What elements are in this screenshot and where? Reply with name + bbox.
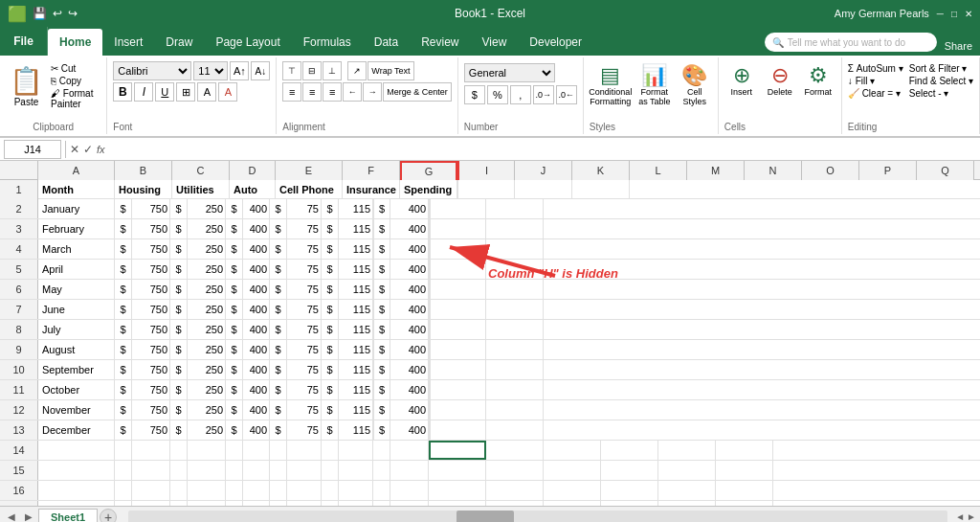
cell-11-0[interactable]: $	[115, 380, 132, 399]
col-header-n[interactable]: N	[745, 161, 802, 180]
cell-10-1[interactable]: 750	[132, 360, 170, 379]
col-header-o[interactable]: O	[802, 161, 859, 180]
cell-10-9[interactable]: 115	[339, 360, 373, 379]
tab-insert[interactable]: Insert	[102, 29, 154, 56]
shrink-font-button[interactable]: A↓	[251, 61, 270, 80]
cell-8-3[interactable]: 250	[188, 320, 226, 339]
cell-9-8[interactable]: $	[322, 340, 339, 359]
cell-i2[interactable]	[429, 199, 486, 218]
scroll-right-btn[interactable]: ►	[967, 511, 976, 522]
cell-12-6[interactable]: $	[270, 400, 287, 420]
cell-i9[interactable]	[429, 340, 486, 359]
cell-6-2[interactable]: $	[170, 280, 188, 299]
cell-10-0[interactable]: $	[115, 360, 132, 379]
tab-home[interactable]: Home	[48, 29, 102, 56]
row-header[interactable]: 9	[0, 340, 38, 359]
cell-a10[interactable]: September	[38, 360, 115, 379]
percent-format-button[interactable]: %	[487, 85, 508, 104]
cell-11-6[interactable]: $	[270, 380, 287, 399]
navigate-left-btn[interactable]: ◀	[4, 510, 19, 523]
decrease-decimal-button[interactable]: .0←	[556, 85, 577, 104]
cell-7-8[interactable]: $	[322, 300, 339, 319]
cell-5-2[interactable]: $	[170, 260, 188, 279]
cell-10-4[interactable]: $	[226, 360, 243, 379]
sheet-tab-sheet1[interactable]: Sheet1	[38, 509, 98, 522]
cell-i13[interactable]	[429, 420, 486, 440]
scroll-left-btn[interactable]: ◄	[955, 511, 965, 522]
cell-7-5[interactable]: 400	[243, 300, 270, 319]
cell-9-7[interactable]: 75	[287, 340, 322, 359]
paste-button[interactable]: 📋 Paste	[6, 63, 47, 109]
cell-10-3[interactable]: 250	[188, 360, 226, 379]
cell-11-5[interactable]: 400	[243, 380, 270, 399]
left-align-button[interactable]: ≡	[282, 82, 301, 102]
cell-2-10[interactable]: $	[373, 199, 390, 218]
col-header-k[interactable]: K	[572, 161, 630, 180]
find-select-button[interactable]: Find & Select ▾	[909, 76, 973, 86]
cell-9-0[interactable]: $	[115, 340, 132, 359]
delete-cells-button[interactable]: ⊖ Delete	[763, 63, 797, 98]
cell-10-2[interactable]: $	[170, 360, 188, 379]
cell-11-4[interactable]: $	[226, 380, 243, 399]
col-header-g[interactable]: G	[400, 161, 457, 180]
cell-10-8[interactable]: $	[322, 360, 339, 379]
cell-6-10[interactable]: $	[373, 280, 390, 299]
cell-2-5[interactable]: 400	[243, 199, 270, 218]
cell-4-8[interactable]: $	[322, 239, 339, 259]
cell-12-9[interactable]: 115	[339, 400, 373, 420]
cell-4-1[interactable]: 750	[132, 239, 170, 259]
cell-a5[interactable]: April	[38, 260, 115, 279]
cell-3-5[interactable]: 400	[243, 219, 270, 238]
bold-button[interactable]: B	[113, 82, 132, 102]
cell-6-1[interactable]: 750	[132, 280, 170, 299]
cell-e1[interactable]: Cell Phone	[276, 180, 343, 199]
cell-6-5[interactable]: 400	[243, 280, 270, 299]
cell-6-8[interactable]: $	[322, 280, 339, 299]
cell-5-4[interactable]: $	[226, 260, 243, 279]
cell-j11[interactable]	[486, 380, 544, 399]
cell-11-7[interactable]: 75	[287, 380, 322, 399]
cell-a11[interactable]: October	[38, 380, 115, 399]
format-painter-button[interactable]: 🖌 Format Painter	[51, 88, 100, 109]
cell-3-1[interactable]: 750	[132, 219, 170, 238]
cell-5-1[interactable]: 750	[132, 260, 170, 279]
cell-8-5[interactable]: 400	[243, 320, 270, 339]
tab-data[interactable]: Data	[363, 29, 410, 56]
cell-j7[interactable]	[486, 300, 544, 319]
cell-5-7[interactable]: 75	[287, 260, 322, 279]
cell-10-11[interactable]: 400	[390, 360, 429, 379]
cell-3-0[interactable]: $	[115, 219, 132, 238]
cell-7-6[interactable]: $	[270, 300, 287, 319]
cell-2-6[interactable]: $	[270, 199, 287, 218]
cell-10-10[interactable]: $	[373, 360, 390, 379]
cell-11-9[interactable]: 115	[339, 380, 373, 399]
cell-j10[interactable]	[486, 360, 544, 379]
cell-3-2[interactable]: $	[170, 219, 188, 238]
cell-7-11[interactable]: 400	[390, 300, 429, 319]
cell-4-0[interactable]: $	[115, 239, 132, 259]
cell-6-6[interactable]: $	[270, 280, 287, 299]
cell-13-5[interactable]: 400	[243, 420, 270, 440]
cell-i11[interactable]	[429, 380, 486, 399]
cell-i1[interactable]	[457, 180, 515, 199]
cell-2-2[interactable]: $	[170, 199, 188, 218]
cell-8-7[interactable]: 75	[287, 320, 322, 339]
comma-format-button[interactable]: ,	[510, 85, 531, 104]
maximize-btn[interactable]: □	[951, 9, 957, 19]
minimize-btn[interactable]: ─	[937, 9, 944, 19]
cell-9-11[interactable]: 400	[390, 340, 429, 359]
cell-d1[interactable]: Auto	[230, 180, 276, 199]
cut-button[interactable]: ✂ Cut	[51, 63, 100, 74]
cell-7-1[interactable]: 750	[132, 300, 170, 319]
cell-6-7[interactable]: 75	[287, 280, 322, 299]
cell-12-10[interactable]: $	[373, 400, 390, 420]
tab-developer[interactable]: Developer	[518, 29, 593, 56]
col-header-j[interactable]: J	[515, 161, 572, 180]
cell-3-4[interactable]: $	[226, 219, 243, 238]
cell-4-5[interactable]: 400	[243, 239, 270, 259]
col-header-q[interactable]: Q	[917, 161, 974, 180]
cell-a6[interactable]: May	[38, 280, 115, 299]
tab-draw[interactable]: Draw	[154, 29, 204, 56]
row-header[interactable]: 6	[0, 280, 38, 299]
select-button[interactable]: Select - ▾	[909, 88, 973, 99]
